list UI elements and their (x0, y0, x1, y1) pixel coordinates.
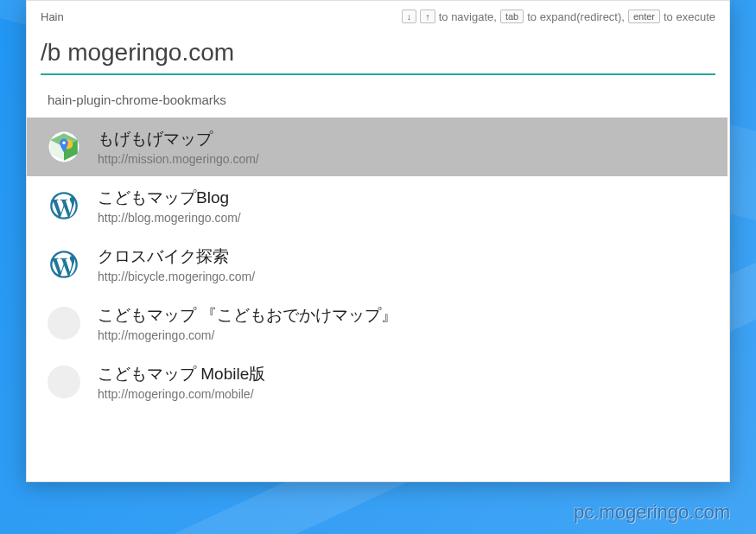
result-item[interactable]: クロスバイク探索http://bicycle.mogeringo.com/ (27, 235, 727, 294)
up-key-icon: ↑ (420, 10, 435, 23)
results-wrap: hain-plugin-chrome-bookmarks もげもげマップhttp… (27, 84, 729, 481)
result-text: こどもマップ Mobile版http://mogeringo.com/mobil… (98, 363, 265, 401)
launcher-window: Hain ↓ ↑ to navigate, tab to expand(redi… (26, 0, 730, 482)
result-title: こどもマップBlog (98, 187, 241, 209)
result-url: http://mogeringo.com/mobile/ (98, 387, 265, 401)
hint-expand: to expand(redirect), (527, 10, 625, 23)
result-text: もげもげマップhttp://mission.mogeringo.com/ (98, 128, 259, 166)
blank-icon (48, 366, 80, 398)
wordpress-icon (48, 248, 80, 281)
blank-icon (48, 307, 80, 340)
search-input[interactable] (41, 32, 715, 75)
result-url: http://mission.mogeringo.com/ (98, 152, 259, 166)
tab-key-icon: tab (500, 10, 524, 23)
hint-execute: to execute (664, 10, 715, 23)
result-title: もげもげマップ (98, 128, 259, 150)
enter-key-icon: enter (628, 10, 660, 23)
result-text: こどもマップ 『こどもおでかけマップ』http://mogeringo.com/ (98, 304, 397, 342)
result-item[interactable]: こどもマップ 『こどもおでかけマップ』http://mogeringo.com/ (27, 294, 727, 353)
result-text: こどもマップBloghttp://blog.mogeringo.com/ (98, 187, 241, 225)
app-title: Hain (41, 10, 64, 23)
down-key-icon: ↓ (402, 10, 417, 23)
result-item[interactable]: こどもマップ Mobile版http://mogeringo.com/mobil… (27, 353, 727, 411)
hint-navigate: to navigate, (439, 10, 497, 23)
result-item[interactable]: もげもげマップhttp://mission.mogeringo.com/ (27, 118, 727, 176)
results-list[interactable]: hain-plugin-chrome-bookmarks もげもげマップhttp… (27, 84, 729, 481)
result-item[interactable]: こどもマップBloghttp://blog.mogeringo.com/ (27, 176, 727, 235)
svg-point-2 (62, 142, 65, 144)
result-title: こどもマップ 『こどもおでかけマップ』 (98, 304, 397, 327)
search-wrap (27, 32, 729, 75)
header: Hain ↓ ↑ to navigate, tab to expand(redi… (27, 1, 729, 32)
result-url: http://bicycle.mogeringo.com/ (98, 270, 255, 283)
watermark: pc.mogeringo.com (574, 501, 730, 524)
result-text: クロスバイク探索http://bicycle.mogeringo.com/ (98, 245, 255, 283)
key-hints: ↓ ↑ to navigate, tab to expand(redirect)… (402, 10, 715, 23)
result-url: http://mogeringo.com/ (98, 328, 397, 342)
wordpress-icon (48, 189, 80, 222)
result-title: クロスバイク探索 (98, 245, 255, 268)
maps-icon (48, 130, 80, 163)
result-title: こどもマップ Mobile版 (98, 363, 265, 385)
result-url: http://blog.mogeringo.com/ (98, 211, 241, 225)
section-header: hain-plugin-chrome-bookmarks (27, 84, 727, 118)
